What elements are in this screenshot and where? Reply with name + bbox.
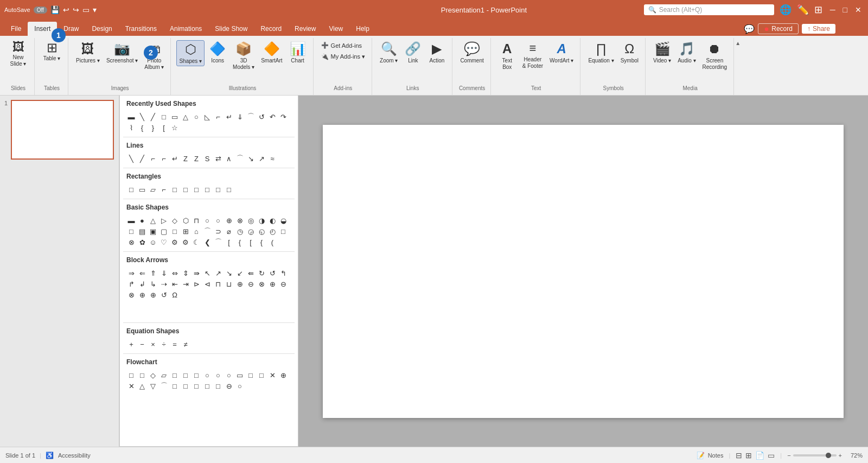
eq-4[interactable]: ÷ (159, 339, 169, 349)
eq-1[interactable]: + (126, 339, 136, 349)
chart-button[interactable]: 📊 Chart (287, 40, 309, 65)
shape-bracket[interactable]: [ (159, 123, 169, 132)
new-slide-button[interactable]: 🖼 NewSlide ▾ (8, 40, 29, 68)
accessibility-label[interactable]: Accessibility (58, 452, 91, 459)
line-curved[interactable]: Z (181, 154, 190, 163)
bs-13[interactable]: ◑ (257, 215, 266, 225)
layout-icon[interactable]: ⊞ (814, 4, 822, 16)
line-scribble[interactable]: S (202, 154, 212, 163)
ba-15[interactable]: ↰ (278, 268, 288, 278)
restore-button[interactable]: □ (841, 5, 850, 14)
bs-17[interactable]: ▤ (137, 226, 147, 236)
bs-22[interactable]: ⌂ (192, 226, 201, 236)
ba-32[interactable]: ⊕ (137, 290, 147, 300)
bs-44[interactable]: ( (267, 237, 277, 247)
fc-1[interactable]: □ (126, 370, 136, 380)
line-freeform[interactable]: Z (192, 154, 201, 163)
bs-34[interactable]: ♡ (159, 237, 169, 247)
rect-2[interactable]: ▭ (137, 185, 147, 194)
normal-view-icon[interactable]: ⊟ (736, 451, 742, 460)
ba-30[interactable]: ⊖ (278, 279, 288, 289)
rect-3[interactable]: ▱ (148, 185, 158, 194)
shape-brace-left[interactable]: { (137, 123, 147, 132)
bs-36[interactable]: ⚙ (181, 237, 190, 247)
comments-icon[interactable]: 💬 (744, 24, 755, 34)
3d-models-button[interactable]: 📦 3DModels ▾ (231, 40, 257, 72)
rect-8[interactable]: □ (202, 185, 212, 194)
line-double-arrow[interactable]: ⇄ (213, 154, 223, 163)
get-addins-button[interactable]: ➕ Get Add-ins (319, 40, 367, 50)
ba-33[interactable]: ⊕ (148, 290, 158, 300)
fc-6[interactable]: □ (181, 370, 190, 380)
rect-1[interactable]: □ (126, 185, 136, 194)
ba-4[interactable]: ⇓ (159, 268, 169, 278)
bs-18[interactable]: ▣ (148, 226, 158, 236)
ba-16[interactable]: ↱ (126, 279, 136, 289)
slide-sorter-icon[interactable]: ⊞ (745, 451, 752, 460)
line-curved2[interactable]: ⌒ (235, 154, 245, 163)
bs-25[interactable]: ⌀ (224, 226, 234, 236)
bs-31[interactable]: ⊗ (126, 237, 136, 247)
textbox-button[interactable]: A TextBox (496, 40, 518, 72)
slide-item-1[interactable]: 1 (4, 100, 114, 160)
ba-27[interactable]: ⊖ (246, 279, 256, 289)
ba-24[interactable]: ⊓ (213, 279, 223, 289)
my-addins-button[interactable]: 🔌 My Add-ins ▾ (319, 52, 367, 62)
shape-triangle[interactable]: △ (181, 112, 190, 122)
fc-4[interactable]: ▱ (159, 370, 169, 380)
bs-40[interactable]: [ (224, 237, 234, 247)
bs-10[interactable]: ⊕ (224, 215, 234, 225)
bs-2[interactable]: ● (137, 215, 147, 225)
customize-icon[interactable]: ▾ (93, 5, 97, 14)
bs-33[interactable]: ☺ (148, 237, 158, 247)
bs-39[interactable]: ⌒ (213, 237, 223, 247)
rect-10[interactable]: □ (224, 185, 234, 194)
fc-23[interactable]: □ (202, 381, 212, 391)
slide-thumbnail-1[interactable] (11, 100, 114, 160)
search-box[interactable]: 🔍 Search (Alt+Q) (644, 4, 774, 15)
shape-right-triangle[interactable]: ◺ (202, 112, 212, 122)
tab-file[interactable]: File (4, 22, 28, 36)
fc-20[interactable]: □ (170, 381, 180, 391)
bs-5[interactable]: ◇ (170, 215, 180, 225)
bs-38[interactable]: ❮ (202, 237, 212, 247)
ba-12[interactable]: ⇚ (246, 268, 256, 278)
tab-slideshow[interactable]: Slide Show (208, 22, 254, 36)
bs-9[interactable]: ○ (213, 215, 223, 225)
bs-37[interactable]: ☾ (192, 237, 201, 247)
video-button[interactable]: 🎬 Video ▾ (651, 40, 673, 65)
shape-brace-right[interactable]: } (148, 123, 158, 132)
ba-22[interactable]: ⊳ (192, 279, 201, 289)
bs-35[interactable]: ⚙ (170, 237, 180, 247)
header-footer-button[interactable]: ≡ Header& Footer (520, 40, 545, 71)
bs-32[interactable]: ✿ (137, 237, 147, 247)
ba-5[interactable]: ⇔ (170, 268, 180, 278)
ba-18[interactable]: ↳ (148, 279, 158, 289)
zoom-button[interactable]: 🔍 Zoom ▾ (378, 40, 400, 65)
slide-canvas[interactable] (323, 125, 844, 418)
fc-22[interactable]: □ (192, 381, 201, 391)
bs-27[interactable]: ◶ (246, 226, 256, 236)
zoom-out-icon[interactable]: − (787, 452, 790, 459)
shape-bent-arrow[interactable]: ↵ (224, 112, 234, 122)
presentation-view-status-icon[interactable]: ▭ (768, 451, 775, 460)
line-elbow-arrow[interactable]: ↵ (170, 154, 180, 163)
undo-icon[interactable]: ↩ (63, 5, 69, 14)
bs-21[interactable]: ⊞ (181, 226, 190, 236)
fc-17[interactable]: △ (137, 381, 147, 391)
shape-curved-arrow-left[interactable]: ↶ (267, 112, 277, 122)
link-button[interactable]: 🔗 Link (402, 40, 424, 65)
ba-19[interactable]: ⇢ (159, 279, 169, 289)
bs-24[interactable]: ⊃ (213, 226, 223, 236)
rect-9[interactable]: □ (213, 185, 223, 194)
reading-view-icon[interactable]: 📄 (755, 451, 764, 460)
eq-2[interactable]: − (137, 339, 147, 349)
shape-rounded-rect[interactable]: ▭ (170, 112, 180, 122)
bs-23[interactable]: ⌒ (202, 226, 212, 236)
action-button[interactable]: ▶ Action (426, 40, 448, 65)
ba-28[interactable]: ⊗ (257, 279, 266, 289)
tab-design[interactable]: Design (85, 22, 118, 36)
comment-button[interactable]: 💬 Comment (458, 40, 486, 65)
audio-button[interactable]: 🎵 Audio ▾ (675, 40, 698, 65)
icons-button[interactable]: 🔷 Icons (207, 40, 228, 65)
